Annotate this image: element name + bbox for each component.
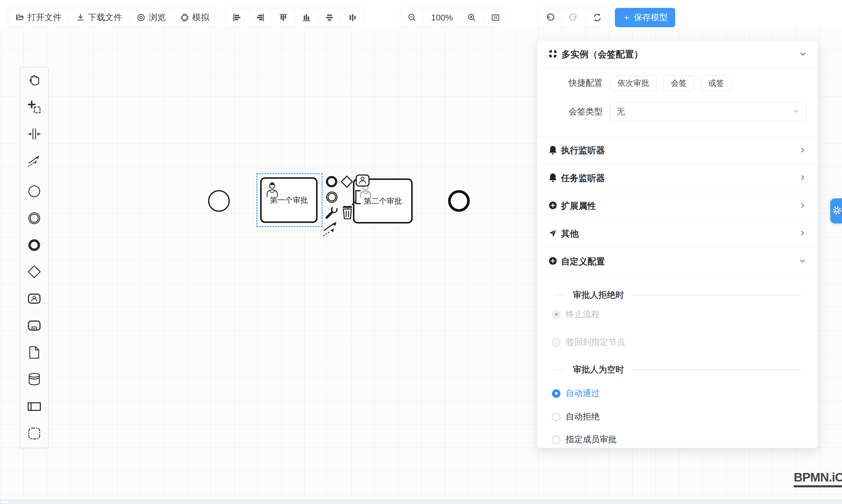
refresh-button[interactable] (585, 8, 609, 27)
zoom-in-button[interactable] (460, 8, 484, 27)
zoom-level: 100% (424, 8, 460, 27)
quick-option-countersign-button[interactable]: 会签 (663, 75, 694, 91)
redo-button[interactable] (562, 8, 585, 27)
align-center-horizontal-icon (325, 13, 334, 22)
align-left-button[interactable] (226, 8, 248, 27)
undo-button[interactable] (538, 8, 562, 27)
palette-end-event[interactable] (27, 238, 41, 253)
context-pad-delete-trash[interactable] (341, 205, 354, 219)
intermediate-event-icon (27, 221, 41, 226)
palette-intermediate-event[interactable] (27, 211, 41, 227)
panel-sections: 执行监听器 任务监听器 扩展属性 其他 自定义配置 (537, 137, 818, 275)
palette-subprocess[interactable] (27, 319, 41, 334)
task-1-label: 第一个审批 (262, 179, 316, 221)
palette-user-task[interactable] (27, 292, 41, 307)
radio-label: 自动通过 (566, 388, 600, 399)
download-file-button[interactable]: 下载文件 (69, 8, 129, 27)
bpmn-io-logo-underline (794, 485, 842, 487)
zoom-value: 100% (431, 13, 453, 22)
align-top-button[interactable] (271, 8, 295, 27)
zoom-out-button[interactable] (400, 8, 424, 27)
eye-icon (136, 13, 146, 22)
horizontal-scrollbar[interactable] (0, 499, 842, 504)
quick-option-sequential-button[interactable]: 依次审批 (610, 75, 657, 91)
context-pad-connect-tool[interactable] (323, 221, 341, 236)
fit-view-button[interactable] (484, 8, 507, 27)
plus-circle-icon (548, 256, 557, 267)
radio-assign-member[interactable]: 指定成员审批 (537, 433, 818, 446)
radio-icon (552, 389, 560, 398)
data-object-icon (27, 355, 41, 360)
quick-option-orsign-button[interactable]: 或签 (701, 75, 732, 91)
save-model-button[interactable]: ＋ 保存模型 (615, 8, 675, 27)
hand-tool-button[interactable] (27, 73, 41, 88)
chevron-down-icon (792, 107, 800, 116)
lasso-tool-icon (27, 110, 41, 115)
chevron-right-icon (799, 174, 807, 183)
context-pad-append-end-event[interactable] (325, 175, 338, 188)
section-execution-listener[interactable]: 执行监听器 (537, 137, 818, 164)
context-pad-append-user-task[interactable] (355, 174, 370, 187)
palette-data-object[interactable] (27, 345, 41, 361)
align-middle-vertical-button[interactable] (341, 8, 364, 27)
section-extended-properties[interactable]: 扩展属性 (537, 192, 818, 220)
align-bottom-button[interactable] (295, 8, 318, 27)
panel-header-multi-instance[interactable]: 多实例（会签配置） (537, 41, 818, 69)
refresh-icon (593, 13, 602, 22)
space-tool-button[interactable] (27, 127, 41, 142)
align-right-button[interactable] (248, 8, 271, 27)
radio-terminate-process[interactable]: 终止流程 (537, 308, 818, 321)
open-file-button[interactable]: 打开文件 (8, 8, 69, 27)
folder-open-icon (15, 13, 24, 22)
palette-gateway[interactable] (27, 265, 41, 280)
sign-type-row: 会签类型 无 (537, 102, 818, 122)
context-pad-append-intermediate-event[interactable] (325, 190, 339, 204)
align-center-horizontal-button[interactable] (318, 8, 341, 27)
radio-auto-reject[interactable]: 自动拒绝 (537, 411, 818, 423)
palette-participant[interactable] (27, 400, 41, 415)
connect-tool-button[interactable] (27, 154, 41, 169)
palette-group[interactable] (27, 427, 41, 442)
lasso-tool-button[interactable] (27, 100, 41, 115)
zoom-in-icon (467, 13, 476, 22)
gateway-icon (27, 275, 41, 280)
palette-data-store[interactable] (27, 372, 41, 387)
settings-drawer-tab[interactable] (830, 198, 842, 223)
user-task-icon (27, 302, 41, 307)
section-task-listener[interactable]: 任务监听器 (537, 164, 818, 192)
start-event-icon (27, 194, 41, 199)
chevron-right-icon (799, 229, 807, 238)
align-top-icon (279, 13, 288, 22)
radio-auto-pass[interactable]: 自动通过 (537, 387, 818, 400)
radio-label: 终止流程 (566, 309, 600, 320)
simulate-label: 模拟 (192, 12, 209, 23)
end-event-node[interactable] (448, 190, 470, 212)
bpmn-io-logo-text: BPMN.iO (794, 470, 842, 484)
preview-label: 浏览 (149, 12, 166, 23)
context-pad-append-gateway[interactable] (340, 175, 353, 188)
start-event-node[interactable] (208, 190, 230, 212)
radio-return-to-node[interactable]: 驳回到指定节点 (537, 336, 818, 348)
chevron-down-icon (799, 50, 807, 59)
context-pad-replace-wrench[interactable] (324, 205, 338, 219)
sign-type-select[interactable]: 无 (610, 102, 807, 121)
shape-palette (20, 67, 49, 448)
bpmn-io-logo[interactable]: BPMN.iO (794, 470, 842, 487)
preview-button[interactable]: 浏览 (129, 8, 173, 27)
palette-start-event[interactable] (27, 184, 41, 199)
section-other[interactable]: 其他 (537, 220, 818, 248)
radio-label: 驳回到指定节点 (566, 336, 625, 348)
simulate-button[interactable]: 模拟 (173, 8, 216, 27)
group-icon (27, 436, 41, 442)
horizontal-scrollbar-thumb[interactable] (1, 501, 8, 503)
empty-group-title-text: 审批人为空时 (573, 364, 624, 376)
align-middle-vertical-icon (348, 13, 357, 22)
redo-icon (569, 13, 578, 22)
task-node-1[interactable]: 第一个审批 (260, 177, 318, 223)
hand-tool-icon (27, 83, 41, 88)
align-right-icon (256, 13, 265, 22)
file-toolbar-group: 打开文件 下载文件 浏览 模拟 (8, 8, 216, 27)
end-event-icon (27, 248, 41, 253)
radio-label: 指定成员审批 (566, 434, 617, 446)
section-custom-config[interactable]: 自定义配置 (537, 248, 818, 275)
